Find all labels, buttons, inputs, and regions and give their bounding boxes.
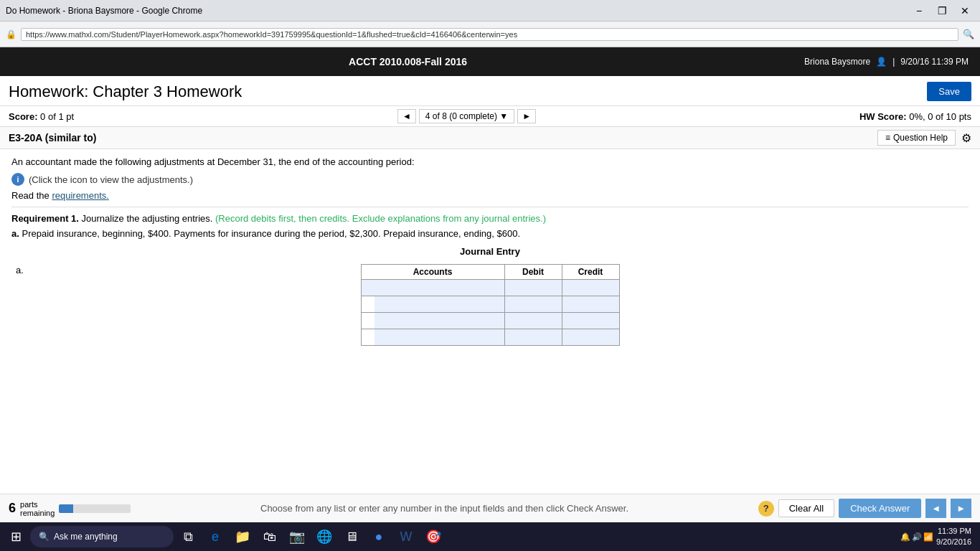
question-header: E3-20A (similar to) ≡ Question Help ⚙ bbox=[0, 127, 980, 149]
score-info: Score: 0 of 1 pt bbox=[9, 111, 74, 122]
app-header: ACCT 2010.008-Fall 2016 Briona Baysmore … bbox=[0, 47, 980, 76]
score-value: 0 bbox=[40, 111, 45, 122]
browser-titlebar: Do Homework - Briona Baysmore - Google C… bbox=[0, 0, 980, 22]
main-content: An accountant made the following adjustm… bbox=[0, 149, 980, 479]
question-nav: ◄ 4 of 8 (0 complete) ▼ ► bbox=[397, 109, 536, 123]
save-button[interactable]: Save bbox=[927, 82, 971, 101]
gear-button[interactable]: ⚙ bbox=[961, 131, 971, 145]
row4-accounts[interactable] bbox=[374, 329, 504, 345]
part-a-text: a. Prepaid insurance, beginning, $400. P… bbox=[11, 228, 969, 239]
row2-debit[interactable] bbox=[505, 296, 562, 312]
read-text: Read the bbox=[11, 190, 50, 201]
row4-credit[interactable] bbox=[562, 329, 619, 345]
requirement-1: Requirement 1. Journalize the adjusting … bbox=[11, 213, 969, 224]
browser-controls: − ❐ ✕ bbox=[910, 1, 974, 20]
score-bar: Score: 0 of 1 pt ◄ 4 of 8 (0 complete) ▼… bbox=[0, 106, 980, 127]
username: Briona Baysmore bbox=[804, 57, 870, 67]
table-row bbox=[361, 296, 619, 313]
req1-green: (Record debits first, then credits. Excl… bbox=[215, 213, 546, 224]
col-accounts: Accounts bbox=[361, 265, 504, 280]
header-user-info: Briona Baysmore 👤 | 9/20/16 11:39 PM bbox=[804, 57, 969, 67]
journal-title: Journal Entry bbox=[11, 246, 969, 257]
nav-prev-button[interactable]: ◄ bbox=[397, 109, 416, 123]
part-a-description: Prepaid insurance, beginning, $400. Paym… bbox=[22, 228, 520, 239]
browser-title: Do Homework - Briona Baysmore - Google C… bbox=[6, 6, 910, 16]
lock-icon: 🔒 bbox=[6, 29, 17, 39]
req-num: Requirement 1. bbox=[11, 213, 79, 224]
read-requirements: Read the requirements. bbox=[11, 190, 969, 201]
row1-accounts[interactable] bbox=[362, 280, 504, 296]
row3-accounts[interactable] bbox=[374, 313, 504, 329]
search-icon: 🔍 bbox=[963, 29, 974, 39]
table-row bbox=[361, 280, 619, 296]
req1-text: Journalize the adjusting entries. bbox=[82, 213, 213, 224]
divider bbox=[11, 207, 969, 207]
list-icon: ≡ bbox=[885, 133, 890, 143]
score-pts: 1 pt bbox=[58, 111, 74, 122]
journal-table: Accounts Debit Credit bbox=[361, 264, 620, 346]
course-title: ACCT 2010.008-Fall 2016 bbox=[349, 56, 467, 67]
close-button[interactable]: ✕ bbox=[956, 1, 974, 20]
homework-header: Homework: Chapter 3 Homework Save bbox=[0, 76, 980, 106]
nav-dropdown[interactable]: 4 of 8 (0 complete) ▼ bbox=[419, 109, 514, 123]
requirements-link[interactable]: requirements. bbox=[52, 190, 108, 201]
restore-button[interactable]: ❐ bbox=[933, 1, 951, 20]
nav-next-button[interactable]: ► bbox=[517, 109, 536, 123]
score-of: of bbox=[48, 111, 56, 122]
col-credit: Credit bbox=[562, 265, 619, 280]
user-icon: 👤 bbox=[876, 57, 887, 67]
hw-score-label: HW Score: bbox=[859, 111, 907, 122]
row2-credit[interactable] bbox=[562, 296, 619, 312]
hw-score-value: 0%, bbox=[909, 111, 925, 122]
question-help-button[interactable]: ≡ Question Help bbox=[877, 130, 956, 146]
journal-section: Journal Entry Accounts Debit Credit bbox=[11, 246, 969, 346]
info-text[interactable]: (Click the icon to view the adjustments.… bbox=[29, 174, 193, 185]
table-row bbox=[361, 313, 619, 329]
journal-row-label: a. bbox=[16, 265, 24, 276]
problem-main-text: An accountant made the following adjustm… bbox=[11, 156, 969, 167]
address-input[interactable] bbox=[21, 28, 958, 41]
minimize-button[interactable]: − bbox=[910, 1, 928, 20]
col-debit: Debit bbox=[504, 265, 562, 280]
address-bar: 🔒 🔍 bbox=[0, 22, 980, 47]
row4-debit[interactable] bbox=[505, 329, 562, 345]
row1-debit[interactable] bbox=[505, 280, 562, 296]
hw-score-detail: 0 of 10 pts bbox=[928, 111, 971, 122]
hw-score: HW Score: 0%, 0 of 10 pts bbox=[859, 111, 971, 122]
score-label: Score: bbox=[9, 111, 37, 122]
info-row: i (Click the icon to view the adjustment… bbox=[11, 173, 969, 186]
header-datetime: 9/20/16 11:39 PM bbox=[900, 57, 969, 67]
question-help-label: Question Help bbox=[893, 133, 948, 143]
homework-title: Homework: Chapter 3 Homework bbox=[9, 83, 242, 101]
row2-accounts[interactable] bbox=[374, 296, 504, 312]
info-icon[interactable]: i bbox=[11, 173, 24, 186]
question-id: E3-20A (similar to) bbox=[9, 132, 96, 143]
table-row bbox=[361, 329, 619, 346]
nav-current: 4 of 8 (0 complete) bbox=[425, 111, 497, 121]
nav-dropdown-arrow: ▼ bbox=[499, 111, 508, 121]
part-a-label: a. bbox=[11, 228, 19, 239]
row3-debit[interactable] bbox=[505, 313, 562, 329]
row3-credit[interactable] bbox=[562, 313, 619, 329]
row1-credit[interactable] bbox=[562, 280, 619, 296]
